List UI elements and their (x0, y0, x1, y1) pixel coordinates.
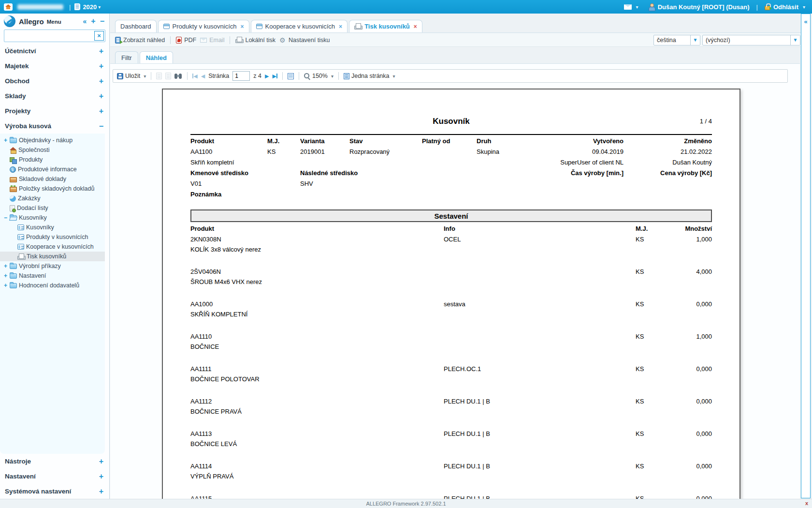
print-report-button[interactable] (156, 73, 162, 79)
tree-item[interactable]: Produkty (0, 155, 105, 164)
copy-button[interactable] (165, 73, 171, 79)
tree-expander-icon[interactable]: + (4, 272, 10, 279)
sidebar-section[interactable]: Projekty + (0, 104, 109, 119)
search-clear-icon[interactable]: × (94, 31, 104, 41)
tree-item[interactable]: Kooperace v kusovnících (0, 242, 105, 252)
save-caret-icon[interactable]: ▾ (144, 74, 146, 79)
tree-item[interactable]: Produktové informace (0, 164, 105, 174)
section-toggle-icon[interactable]: − (99, 122, 103, 131)
show-preview-button[interactable]: Zobrazit náhled (115, 37, 165, 44)
chevron-down-icon[interactable]: ▼ (690, 35, 700, 45)
sidebar-section-vyroba-kusova[interactable]: Výroba kusová − (0, 119, 109, 134)
product-code: AA1115 (190, 494, 444, 499)
save-button[interactable]: Uložit ▾ (117, 73, 146, 79)
page-setup-button[interactable] (288, 73, 294, 79)
tab-close-icon[interactable]: × (339, 24, 342, 29)
page-number-input[interactable] (232, 71, 250, 81)
tree-item[interactable]: + Výrobní příkazy (0, 261, 105, 271)
fiscal-year[interactable]: 2020 (83, 3, 97, 11)
tree-item[interactable]: + Hodnocení dodavatelů (0, 281, 105, 290)
sidebar-section[interactable]: Majetek + (0, 59, 109, 74)
next-page-button[interactable]: ▶ (265, 73, 269, 79)
language-select[interactable]: čeština ▼ (653, 35, 700, 45)
panel-collapse-icon[interactable]: « (801, 18, 810, 25)
product-code: AA1112 (190, 397, 444, 405)
document-tab[interactable]: Produkty v kusovnicích × (158, 20, 249, 32)
logout-caret-icon[interactable]: ▾ (803, 4, 805, 10)
topbar-separator: | (69, 3, 71, 11)
tree-item[interactable]: Skladové doklady (0, 174, 105, 184)
tree-item[interactable]: Produkty v kusovnících (0, 232, 105, 242)
tree-item-icon (10, 187, 17, 192)
sidebar-section[interactable]: Nastavení + (0, 469, 109, 484)
sidebar-section[interactable]: Nástroje + (0, 454, 109, 469)
section-toggle-icon[interactable]: + (99, 457, 103, 466)
sidebar-section[interactable]: Účetnictví + (0, 44, 109, 59)
tree-item-icon (10, 273, 17, 279)
fiscal-year-caret-icon[interactable]: ▾ (98, 4, 101, 10)
sidebar-section-label: Účetnictví (5, 47, 36, 55)
local-print-button[interactable]: Lokální tisk (235, 37, 276, 44)
section-toggle-icon[interactable]: + (99, 107, 103, 116)
email-button[interactable]: Email (200, 37, 224, 44)
section-toggle-icon[interactable]: + (99, 77, 103, 86)
zoom-caret-icon[interactable]: ▾ (331, 74, 334, 79)
find-button[interactable] (174, 73, 182, 79)
header-value: 09.04.2019 (532, 147, 624, 158)
tree-item[interactable]: − Kusovníky (0, 213, 105, 223)
zoom-control[interactable]: 150% ▾ (304, 73, 334, 79)
document-tab[interactable]: Dashboard (115, 20, 157, 32)
pdf-button[interactable]: PDF (176, 37, 196, 44)
tab-preview[interactable]: Náhled (140, 51, 173, 63)
tab-filter[interactable]: Filtr (115, 51, 138, 63)
header-col-label: Čas výroby [min.] (532, 168, 624, 179)
section-toggle-icon[interactable]: + (99, 47, 103, 56)
messages-caret-icon[interactable]: ▾ (636, 4, 638, 10)
messages-icon[interactable] (624, 4, 632, 10)
search-input[interactable] (5, 30, 87, 41)
right-collapsed-panel[interactable]: « (801, 14, 811, 498)
status-close-icon[interactable]: x (805, 500, 808, 506)
document-tab[interactable]: Kooperace v kusovnicích × (251, 20, 348, 32)
sidebar-collapse-all-icon[interactable]: − (100, 17, 104, 26)
tab-close-icon[interactable]: × (241, 24, 244, 29)
product-info: PLECH DU.1 | B (444, 430, 636, 438)
tree-item[interactable]: + Objednávky - nákup (0, 135, 105, 145)
tree-item[interactable]: + Nastavení (0, 271, 105, 281)
sidebar-collapse-icon[interactable]: « (83, 17, 87, 25)
section-toggle-icon[interactable]: + (99, 487, 103, 496)
product-unit: KS (636, 462, 674, 470)
sidebar-section[interactable]: Obchod + (0, 74, 109, 89)
first-page-button[interactable]: ◀ (192, 73, 197, 79)
logout-button[interactable]: Odhlásit (773, 3, 798, 11)
sidebar-section[interactable]: Systémová nastavení + (0, 484, 109, 499)
view-mode-caret-icon[interactable]: ▾ (393, 74, 395, 79)
sidebar-expand-all-icon[interactable]: + (91, 17, 95, 26)
last-page-button[interactable]: ▶ (272, 73, 277, 79)
tab-close-icon[interactable]: × (414, 24, 417, 29)
tree-item[interactable]: Položky skladových dokladů (0, 184, 105, 194)
tree-item-label: Společnosti (18, 147, 50, 153)
view-mode-control[interactable]: Jedna stránka ▾ (344, 73, 395, 79)
section-toggle-icon[interactable]: + (99, 62, 103, 71)
email-label: Email (209, 37, 224, 44)
assembly-section-title: Sestavení (190, 209, 712, 222)
tree-item[interactable]: Zakázky (0, 194, 105, 203)
tree-item[interactable]: Kusovníky (0, 223, 105, 232)
variant-select[interactable]: (výchozí) ▼ (702, 35, 800, 45)
header-value: SHV (300, 179, 532, 190)
section-toggle-icon[interactable]: + (99, 92, 103, 101)
chevron-down-icon[interactable]: ▼ (790, 35, 800, 45)
previous-page-button[interactable]: ◀ (201, 73, 205, 79)
tree-item[interactable]: Společnosti (0, 145, 105, 155)
section-toggle-icon[interactable]: + (99, 472, 103, 481)
tree-expander-icon[interactable]: + (4, 282, 10, 289)
tree-item[interactable]: Dodací listy (0, 203, 105, 213)
tree-expander-icon[interactable]: + (4, 137, 10, 144)
document-tab[interactable]: Tisk kusovníků × (349, 20, 422, 32)
sidebar-section[interactable]: Sklady + (0, 89, 109, 104)
tree-expander-icon[interactable]: + (4, 263, 10, 269)
print-settings-button[interactable]: Nastavení tisku (279, 37, 330, 44)
home-icon[interactable] (4, 3, 13, 11)
tree-item[interactable]: Tisk kusovníků (0, 252, 105, 261)
